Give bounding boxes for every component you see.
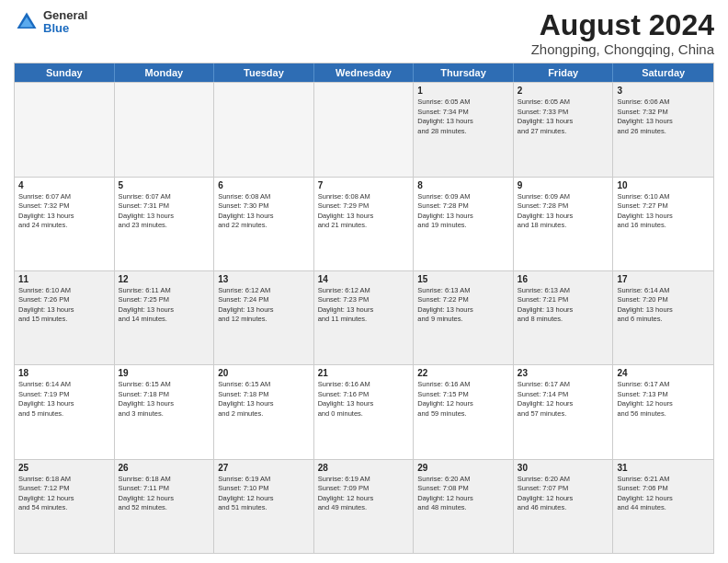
day-info: Sunrise: 6:16 AM Sunset: 7:16 PM Dayligh… [318, 380, 410, 419]
day-number: 11 [18, 274, 110, 284]
calendar-cell: 7Sunrise: 6:08 AM Sunset: 7:29 PM Daylig… [314, 178, 415, 270]
day-number: 4 [18, 180, 110, 190]
day-info: Sunrise: 6:16 AM Sunset: 7:15 PM Dayligh… [417, 380, 509, 419]
page: General Blue August 2024 Zhongping, Chon… [0, 0, 728, 563]
day-info: Sunrise: 6:18 AM Sunset: 7:12 PM Dayligh… [18, 475, 110, 513]
day-number: 8 [417, 180, 509, 190]
day-info: Sunrise: 6:07 AM Sunset: 7:32 PM Dayligh… [18, 192, 110, 231]
day-info: Sunrise: 6:06 AM Sunset: 7:32 PM Dayligh… [617, 98, 710, 136]
day-info: Sunrise: 6:13 AM Sunset: 7:21 PM Dayligh… [518, 286, 609, 325]
day-info: Sunrise: 6:09 AM Sunset: 7:28 PM Dayligh… [518, 192, 609, 231]
calendar-row: 4Sunrise: 6:07 AM Sunset: 7:32 PM Daylig… [15, 177, 713, 270]
day-number: 13 [218, 274, 310, 284]
header-day: Sunday [15, 63, 115, 82]
header-day: Tuesday [214, 63, 314, 82]
day-number: 27 [218, 463, 310, 473]
day-number: 15 [417, 274, 509, 284]
day-info: Sunrise: 6:11 AM Sunset: 7:25 PM Dayligh… [119, 286, 210, 325]
calendar-cell: 29Sunrise: 6:20 AM Sunset: 7:08 PM Dayli… [414, 460, 514, 553]
day-number: 23 [518, 368, 609, 378]
calendar-cell: 26Sunrise: 6:18 AM Sunset: 7:11 PM Dayli… [115, 460, 215, 553]
calendar-cell [15, 83, 115, 176]
day-number: 9 [518, 180, 609, 190]
day-info: Sunrise: 6:10 AM Sunset: 7:26 PM Dayligh… [18, 286, 110, 325]
day-number: 6 [218, 180, 310, 190]
calendar-cell: 21Sunrise: 6:16 AM Sunset: 7:16 PM Dayli… [314, 365, 415, 458]
calendar: SundayMondayTuesdayWednesdayThursdayFrid… [14, 63, 714, 554]
day-number: 24 [617, 368, 710, 378]
calendar-cell: 28Sunrise: 6:19 AM Sunset: 7:09 PM Dayli… [314, 460, 415, 553]
calendar-cell: 2Sunrise: 6:05 AM Sunset: 7:33 PM Daylig… [514, 83, 614, 176]
day-info: Sunrise: 6:19 AM Sunset: 7:09 PM Dayligh… [318, 475, 410, 513]
day-info: Sunrise: 6:12 AM Sunset: 7:24 PM Dayligh… [218, 286, 310, 325]
day-number: 30 [518, 463, 609, 473]
day-number: 7 [318, 180, 410, 190]
calendar-row: 1Sunrise: 6:05 AM Sunset: 7:34 PM Daylig… [15, 82, 713, 176]
calendar-row: 18Sunrise: 6:14 AM Sunset: 7:19 PM Dayli… [15, 364, 713, 458]
calendar-cell: 6Sunrise: 6:08 AM Sunset: 7:30 PM Daylig… [214, 178, 314, 270]
calendar-cell: 25Sunrise: 6:18 AM Sunset: 7:12 PM Dayli… [15, 460, 115, 553]
day-number: 29 [417, 463, 509, 473]
calendar-body: 1Sunrise: 6:05 AM Sunset: 7:34 PM Daylig… [15, 82, 713, 553]
calendar-cell: 19Sunrise: 6:15 AM Sunset: 7:18 PM Dayli… [115, 365, 215, 458]
day-number: 20 [218, 368, 310, 378]
day-info: Sunrise: 6:20 AM Sunset: 7:08 PM Dayligh… [417, 475, 509, 513]
day-info: Sunrise: 6:15 AM Sunset: 7:18 PM Dayligh… [218, 380, 310, 419]
day-number: 2 [518, 86, 609, 96]
logo-general: General [43, 9, 87, 22]
day-info: Sunrise: 6:14 AM Sunset: 7:20 PM Dayligh… [617, 286, 710, 325]
header-day: Monday [115, 63, 215, 82]
logo: General Blue [14, 9, 87, 36]
day-number: 12 [119, 274, 210, 284]
calendar-cell: 5Sunrise: 6:07 AM Sunset: 7:31 PM Daylig… [115, 178, 215, 270]
day-number: 17 [617, 274, 710, 284]
calendar-cell: 9Sunrise: 6:09 AM Sunset: 7:28 PM Daylig… [514, 178, 614, 270]
day-info: Sunrise: 6:05 AM Sunset: 7:33 PM Dayligh… [518, 98, 609, 136]
day-info: Sunrise: 6:18 AM Sunset: 7:11 PM Dayligh… [119, 475, 210, 513]
day-info: Sunrise: 6:17 AM Sunset: 7:13 PM Dayligh… [617, 380, 710, 419]
calendar-cell: 27Sunrise: 6:19 AM Sunset: 7:10 PM Dayli… [214, 460, 314, 553]
calendar-cell: 18Sunrise: 6:14 AM Sunset: 7:19 PM Dayli… [15, 365, 115, 458]
day-info: Sunrise: 6:12 AM Sunset: 7:23 PM Dayligh… [318, 286, 410, 325]
calendar-cell: 11Sunrise: 6:10 AM Sunset: 7:26 PM Dayli… [15, 271, 115, 364]
calendar-cell [214, 83, 314, 176]
calendar-row: 11Sunrise: 6:10 AM Sunset: 7:26 PM Dayli… [15, 270, 713, 364]
day-info: Sunrise: 6:13 AM Sunset: 7:22 PM Dayligh… [417, 286, 509, 325]
calendar-cell: 12Sunrise: 6:11 AM Sunset: 7:25 PM Dayli… [115, 271, 215, 364]
calendar-cell: 17Sunrise: 6:14 AM Sunset: 7:20 PM Dayli… [613, 271, 713, 364]
day-number: 28 [318, 463, 410, 473]
day-number: 22 [417, 368, 509, 378]
calendar-cell: 4Sunrise: 6:07 AM Sunset: 7:32 PM Daylig… [15, 178, 115, 270]
day-info: Sunrise: 6:14 AM Sunset: 7:19 PM Dayligh… [18, 380, 110, 419]
calendar-subtitle: Zhongping, Chongqing, China [531, 41, 714, 57]
day-number: 31 [617, 463, 710, 473]
day-number: 10 [617, 180, 710, 190]
day-info: Sunrise: 6:21 AM Sunset: 7:06 PM Dayligh… [617, 475, 710, 513]
day-number: 21 [318, 368, 410, 378]
calendar-cell: 14Sunrise: 6:12 AM Sunset: 7:23 PM Dayli… [314, 271, 415, 364]
header-day: Wednesday [314, 63, 415, 82]
day-number: 5 [119, 180, 210, 190]
day-number: 18 [18, 368, 110, 378]
day-info: Sunrise: 6:05 AM Sunset: 7:34 PM Dayligh… [417, 98, 509, 136]
calendar-cell [115, 83, 215, 176]
day-info: Sunrise: 6:20 AM Sunset: 7:07 PM Dayligh… [518, 475, 609, 513]
calendar-header: SundayMondayTuesdayWednesdayThursdayFrid… [15, 63, 713, 82]
calendar-cell: 23Sunrise: 6:17 AM Sunset: 7:14 PM Dayli… [514, 365, 614, 458]
calendar-cell: 1Sunrise: 6:05 AM Sunset: 7:34 PM Daylig… [414, 83, 514, 176]
calendar-cell: 15Sunrise: 6:13 AM Sunset: 7:22 PM Dayli… [414, 271, 514, 364]
day-number: 14 [318, 274, 410, 284]
day-info: Sunrise: 6:17 AM Sunset: 7:14 PM Dayligh… [518, 380, 609, 419]
calendar-cell: 20Sunrise: 6:15 AM Sunset: 7:18 PM Dayli… [214, 365, 314, 458]
day-info: Sunrise: 6:09 AM Sunset: 7:28 PM Dayligh… [417, 192, 509, 231]
day-number: 3 [617, 86, 710, 96]
header-day: Thursday [414, 63, 514, 82]
calendar-cell: 8Sunrise: 6:09 AM Sunset: 7:28 PM Daylig… [414, 178, 514, 270]
day-info: Sunrise: 6:07 AM Sunset: 7:31 PM Dayligh… [119, 192, 210, 231]
calendar-cell: 3Sunrise: 6:06 AM Sunset: 7:32 PM Daylig… [613, 83, 713, 176]
header-day: Friday [514, 63, 614, 82]
calendar-cell: 13Sunrise: 6:12 AM Sunset: 7:24 PM Dayli… [214, 271, 314, 364]
header-day: Saturday [613, 63, 713, 82]
day-number: 16 [518, 274, 609, 284]
day-info: Sunrise: 6:10 AM Sunset: 7:27 PM Dayligh… [617, 192, 710, 231]
